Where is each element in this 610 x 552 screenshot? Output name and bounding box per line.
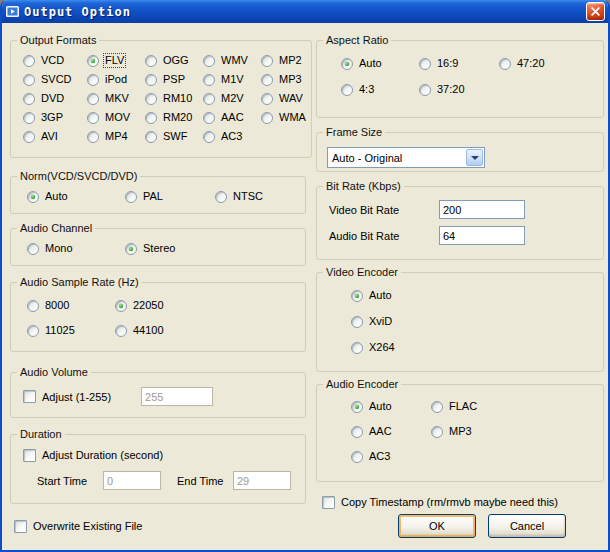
- radio-channel-stereo[interactable]: Stereo: [125, 242, 301, 255]
- radio-ac3[interactable]: AC3: [203, 130, 261, 143]
- radio-button-icon: [203, 93, 215, 105]
- radio-label: WAV: [278, 92, 304, 105]
- radio-label: AAC: [220, 111, 245, 124]
- radio-aspect-47-20[interactable]: 47:20: [499, 57, 599, 70]
- frame-size-select[interactable]: Auto - Original: [327, 147, 485, 168]
- radio-button-icon: [261, 74, 273, 86]
- radio-button-icon: [351, 342, 363, 354]
- radio-button-icon: [145, 93, 157, 105]
- radio-label: AC3: [220, 130, 243, 143]
- radio-3gp[interactable]: 3GP: [23, 111, 87, 124]
- group-audio-channel: Audio Channel Mono Stereo: [10, 222, 306, 266]
- radio-rm10[interactable]: RM10: [145, 92, 203, 105]
- radio-rate-22050[interactable]: 22050: [115, 299, 301, 312]
- radio-button-icon: [203, 112, 215, 124]
- radio-aspect-37-20[interactable]: 37:20: [419, 83, 499, 96]
- cancel-button[interactable]: Cancel: [488, 514, 566, 538]
- radio-mp4[interactable]: MP4: [87, 130, 145, 143]
- radio-psp[interactable]: PSP: [145, 73, 203, 86]
- radio-m1v[interactable]: M1V: [203, 73, 261, 86]
- radio-aencoder-flac[interactable]: FLAC: [431, 400, 599, 413]
- group-title: Audio Volume: [17, 366, 91, 378]
- radio-wma[interactable]: WMA: [261, 111, 307, 124]
- radio-label: AC3: [368, 450, 391, 463]
- radio-wmv[interactable]: WMV: [203, 54, 261, 67]
- app-icon: [5, 4, 20, 19]
- radio-label: Auto: [44, 190, 69, 203]
- radio-button-icon: [341, 58, 353, 70]
- video-bitrate-row: Video Bit Rate: [329, 200, 603, 219]
- radio-button-icon: [115, 300, 127, 312]
- video-bitrate-input[interactable]: [439, 200, 525, 219]
- ok-button[interactable]: OK: [398, 514, 476, 538]
- radio-m2v[interactable]: M2V: [203, 92, 261, 105]
- checkbox-icon: [23, 390, 36, 403]
- radio-vencoder-x264[interactable]: X264: [351, 341, 603, 354]
- adjust-duration-checkbox[interactable]: Adjust Duration (second): [23, 448, 305, 462]
- radio-button-icon: [215, 191, 227, 203]
- radio-rm20[interactable]: RM20: [145, 111, 203, 124]
- radio-vencoder-auto[interactable]: Auto: [351, 289, 603, 302]
- radio-aencoder-mp3[interactable]: MP3: [431, 425, 599, 438]
- radio-button-icon: [145, 131, 157, 143]
- volume-value-input: [141, 387, 213, 406]
- radio-wav[interactable]: WAV: [261, 92, 307, 105]
- radio-aspect-16-9[interactable]: 16:9: [419, 57, 499, 70]
- radio-label: 16:9: [436, 57, 459, 70]
- radio-ipod[interactable]: iPod: [87, 73, 145, 86]
- radio-dvd[interactable]: DVD: [23, 92, 87, 105]
- chevron-down-icon[interactable]: [466, 149, 483, 166]
- overwrite-checkbox[interactable]: Overwrite Existing File: [14, 519, 142, 533]
- video-encoder-list: Auto XviD X264: [317, 278, 603, 354]
- radio-channel-mono[interactable]: Mono: [27, 242, 125, 255]
- adjust-volume-checkbox[interactable]: Adjust (1-255): [23, 390, 111, 404]
- radio-label: MP3: [278, 73, 303, 86]
- close-button[interactable]: [586, 2, 605, 21]
- radio-aspect-auto[interactable]: Auto: [341, 57, 419, 70]
- radio-mov[interactable]: MOV: [87, 111, 145, 124]
- radio-label: MP2: [278, 54, 303, 67]
- radio-vencoder-xvid[interactable]: XviD: [351, 315, 603, 328]
- radio-label: OGG: [162, 54, 190, 67]
- radio-button-icon: [351, 290, 363, 302]
- radio-svcd[interactable]: SVCD: [23, 73, 87, 86]
- radio-aac[interactable]: AAC: [203, 111, 261, 124]
- checkbox-label: Overwrite Existing File: [33, 520, 142, 532]
- radio-label: Auto: [368, 400, 393, 413]
- radio-vcd[interactable]: VCD: [23, 54, 87, 67]
- radio-button-icon: [431, 401, 443, 413]
- group-audio-volume: Audio Volume Adjust (1-255): [10, 366, 306, 418]
- radio-button-icon: [351, 426, 363, 438]
- radio-norm-pal[interactable]: PAL: [125, 190, 215, 203]
- radio-button-icon: [87, 131, 99, 143]
- radio-ogg[interactable]: OGG: [145, 54, 203, 67]
- frame-size-value: Auto - Original: [332, 152, 402, 164]
- group-frame-size: Frame Size Auto - Original: [316, 126, 604, 172]
- radio-mp2[interactable]: MP2: [261, 54, 307, 67]
- radio-label: MP3: [448, 425, 473, 438]
- radio-label: AAC: [368, 425, 393, 438]
- group-audio-encoder: Audio Encoder Auto FLAC AAC MP3 AC3: [316, 378, 604, 482]
- radio-button-icon: [87, 112, 99, 124]
- copy-timestamp-checkbox[interactable]: Copy Timestamp (rm/rmvb maybe need this): [322, 495, 558, 509]
- radio-avi[interactable]: AVI: [23, 130, 87, 143]
- radio-norm-auto[interactable]: Auto: [27, 190, 125, 203]
- radio-rate-11025[interactable]: 11025: [27, 324, 115, 337]
- radio-aencoder-auto[interactable]: Auto: [351, 400, 431, 413]
- group-output-formats: Output Formats VCD FLV OGG WMV MP2 SVCD …: [10, 34, 312, 158]
- radio-flv[interactable]: FLV: [87, 54, 145, 67]
- radio-button-icon: [27, 191, 39, 203]
- radio-swf[interactable]: SWF: [145, 130, 203, 143]
- radio-rate-8000[interactable]: 8000: [27, 299, 115, 312]
- start-time-label: Start Time: [37, 475, 103, 487]
- radio-mkv[interactable]: MKV: [87, 92, 145, 105]
- radio-aencoder-aac[interactable]: AAC: [351, 425, 431, 438]
- radio-norm-ntsc[interactable]: NTSC: [215, 190, 301, 203]
- radio-aspect-4-3[interactable]: 4:3: [341, 83, 419, 96]
- radio-label: SWF: [162, 130, 188, 143]
- radio-rate-44100[interactable]: 44100: [115, 324, 301, 337]
- radio-mp3[interactable]: MP3: [261, 73, 307, 86]
- radio-aencoder-ac3[interactable]: AC3: [351, 450, 431, 463]
- audio-bitrate-input[interactable]: [439, 226, 525, 245]
- radio-button-icon: [125, 191, 137, 203]
